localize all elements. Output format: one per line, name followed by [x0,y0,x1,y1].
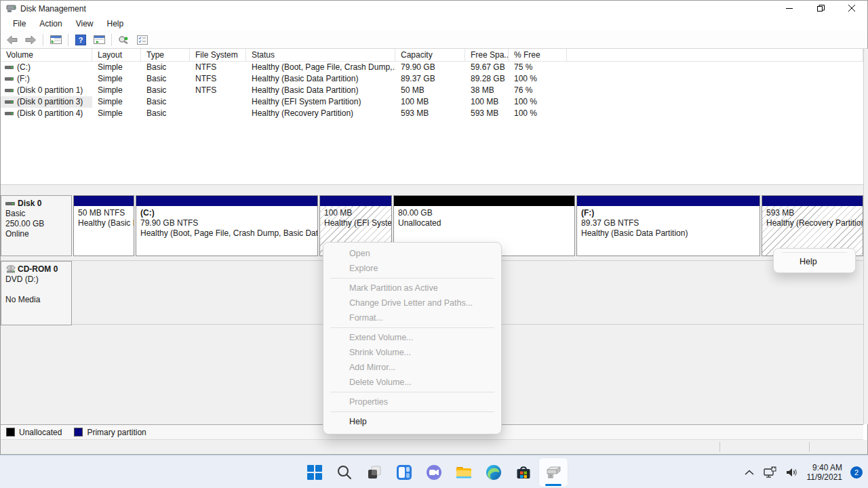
refresh-scan-icon[interactable] [117,33,132,47]
properties-list-icon[interactable] [135,33,150,47]
start-button[interactable] [300,458,330,487]
cdrom-icon [5,265,16,274]
menu-separator [330,278,494,279]
toolbar-separator [68,34,68,46]
partition-color-bar [394,196,574,206]
tray-clock[interactable]: 9:40 AM 11/9/2021 [807,463,843,482]
store-icon[interactable] [509,458,538,487]
volume-icon [5,87,14,94]
menu-item-add-mirror[interactable]: Add Mirror... [323,360,501,375]
legend-primary-partition: Primary partition [74,428,146,437]
table-row-volume[interactable]: (Disk 0 partition 1) [1,85,92,96]
svg-text:?: ? [79,36,83,44]
popup-item-help[interactable]: Help [774,253,855,270]
column-header-status[interactable]: Status [246,49,395,62]
network-icon[interactable] [764,465,778,480]
toolbar: ? [1,31,867,49]
status-bar [1,440,867,454]
tray-time: 9:40 AM [807,463,843,472]
volume-icon[interactable] [785,465,800,480]
menu-item-format[interactable]: Format... [323,310,501,325]
menu-item-open[interactable]: Open [323,246,501,261]
taskbar: 9:40 AM 11/9/2021 2 [0,455,868,488]
partition-recovery-selected[interactable]: 593 MBHealthy (Recovery Partition) [762,195,863,256]
toolbar-separator [111,34,112,46]
table-row-volume-selected[interactable]: (Disk 0 partition 3) [1,96,92,108]
menu-item-properties[interactable]: Properties [323,394,501,409]
column-header-volume[interactable]: Volume [1,49,92,62]
volume-icon [5,99,14,106]
partition-50mb[interactable]: 50 MB NTFSHealthy (Basic Data Partition) [73,195,134,256]
partition-color-bar [762,196,863,206]
widgets-icon[interactable] [389,458,419,487]
menu-separator [330,392,494,392]
disk-management-taskbar-icon[interactable] [538,458,568,487]
menu-item-change-drive-letter[interactable]: Change Drive Letter and Paths... [323,296,501,310]
toolbar-separator [43,34,43,46]
notification-badge[interactable]: 2 [850,466,863,479]
column-header-filler [567,49,863,62]
help-popup-menu: Help [773,248,856,273]
menu-item-help[interactable]: Help [323,414,501,429]
restore-button[interactable] [805,1,836,16]
pane-splitter[interactable] [1,184,863,195]
taskbar-system-tray: 9:40 AM 11/9/2021 2 [742,456,863,488]
show-hide-icon[interactable] [92,33,106,47]
task-view-icon[interactable] [359,458,389,487]
table-row-volume[interactable]: (F:) [1,73,92,85]
menu-item-extend-volume[interactable]: Extend Volume... [323,330,501,345]
menubar: File Action View Help [1,16,867,31]
column-header-layout[interactable]: Layout [92,49,141,62]
cdrom-label-panel[interactable]: CD-ROM 0 DVD (D:) No Media [1,261,72,325]
app-icon [6,4,16,13]
menu-item-delete-volume[interactable]: Delete Volume... [323,375,501,390]
menu-file[interactable]: File [6,18,33,30]
legend-swatch-primary [74,428,83,436]
disk0-label-panel[interactable]: Disk 0 Basic 250.00 GB Online [1,195,72,256]
disk0-size: 250.00 GB [5,219,67,229]
help-icon[interactable]: ? [73,33,88,47]
console-tree-icon[interactable] [48,33,63,47]
partition-c[interactable]: (C:)79.90 GB NTFSHealthy (Boot, Page Fil… [136,195,318,256]
menu-view[interactable]: View [69,18,100,30]
legend-unallocated: Unallocated [6,428,62,437]
volume-icon [5,110,14,117]
partition-color-bar [320,196,391,206]
volume-icon [5,64,14,71]
table-row-volume[interactable]: (Disk 0 partition 4) [1,108,92,119]
column-header-type[interactable]: Type [141,49,190,62]
close-button[interactable] [836,1,867,16]
column-header-free-space[interactable]: Free Spa... [465,49,509,62]
partition-color-bar [74,196,134,206]
edge-icon[interactable] [479,458,509,487]
menu-item-mark-partition-active[interactable]: Mark Partition as Active [323,281,501,296]
context-menu: Open Explore Mark Partition as Active Ch… [323,242,502,434]
menu-item-explore[interactable]: Explore [323,261,501,276]
partition-f[interactable]: (F:)89.37 GB NTFSHealthy (Basic Data Par… [576,195,760,256]
forward-icon[interactable] [23,33,38,47]
column-header-file-system[interactable]: File System [190,49,246,62]
volume-table: Volume Layout Type File System Status Ca… [1,49,863,119]
titlebar: Disk Management [1,1,867,16]
search-icon[interactable] [330,458,359,487]
vertical-scrollbar[interactable] [863,49,868,424]
menu-separator [330,411,494,412]
menu-action[interactable]: Action [33,18,68,30]
tray-date: 11/9/2021 [807,472,843,482]
cdrom-name: CD-ROM 0 [18,264,58,274]
taskbar-center-icons [300,456,568,488]
menu-item-shrink-volume[interactable]: Shrink Volume... [323,345,501,360]
menu-help[interactable]: Help [100,18,131,30]
partition-color-bar [136,196,317,206]
column-header-pct-free[interactable]: % Free [509,49,567,62]
chat-icon[interactable] [419,458,449,487]
column-header-capacity[interactable]: Capacity [395,49,465,62]
disk-icon [5,201,16,207]
volume-icon [5,76,14,83]
table-row-volume[interactable]: (C:) [1,62,92,73]
back-icon[interactable] [5,33,20,47]
minimize-button[interactable] [774,1,805,16]
file-explorer-icon[interactable] [449,458,479,487]
window-title: Disk Management [20,4,86,14]
tray-chevron-up-icon[interactable] [742,465,757,480]
